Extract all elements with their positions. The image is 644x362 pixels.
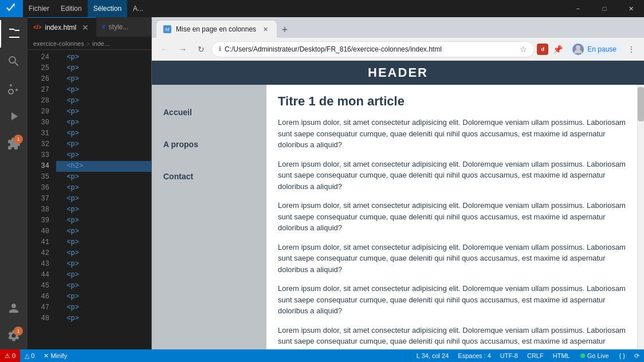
browser-content: HEADER Accueil A propos Contact Titre 1 …	[152, 61, 644, 349]
main-area: 1 1 </> index.html	[0, 17, 644, 349]
tab-label-style: style...	[109, 23, 129, 31]
menu-edition[interactable]: Edition	[55, 0, 88, 17]
star-icon[interactable]: ☆	[520, 45, 527, 54]
browser-panel: M Mise en page en colonnes ✕ + ← → ↻ ℹ C…	[151, 17, 644, 349]
profile-button[interactable]: En pause	[567, 41, 622, 57]
css-icon: #	[102, 24, 105, 30]
browser-new-tab[interactable]: +	[277, 22, 293, 38]
article-paragraph: Lorem ipsum dolor, sit amet consectetur …	[278, 200, 626, 234]
code-content[interactable]: <p> <p> <p> <p> <p> <p> <p> <p> <p> <p> …	[56, 50, 151, 349]
status-language[interactable]: HTML	[548, 349, 575, 362]
browser-tab-close[interactable]: ✕	[261, 25, 270, 34]
article-paragraph: Lorem ipsum dolor, sit amet consectetur …	[278, 325, 626, 350]
status-errors[interactable]: ⚠ 0	[0, 349, 20, 362]
forward-button[interactable]: →	[175, 41, 191, 57]
address-bar[interactable]: ℹ C:/Users/Administrateur/Desktop/FR_816…	[211, 41, 535, 57]
back-button[interactable]: ←	[156, 41, 172, 57]
breadcrumb-sep1: >	[87, 40, 90, 47]
profile-label: En pause	[587, 45, 616, 53]
svg-point-0	[576, 45, 580, 50]
editor-area: </> index.html ✕ # style... exercice-col…	[28, 17, 151, 349]
extensions-icon[interactable]: 1	[0, 130, 28, 158]
go-live-button[interactable]: Go Live	[575, 349, 615, 362]
webpage-header: HEADER	[152, 61, 644, 85]
article-paragraph: Lorem ipsum dolor, sit amet consectetur …	[278, 159, 626, 192]
status-line-ending[interactable]: CRLF	[523, 349, 548, 362]
nav-link-apropos[interactable]: A propos	[152, 128, 266, 160]
status-spaces[interactable]: Espaces : 4	[453, 349, 495, 362]
avatar	[572, 44, 584, 55]
tabs-bar: </> index.html ✕ # style...	[28, 17, 151, 37]
article-paragraph: Lorem ipsum dolor, sit amet consectetur …	[278, 117, 626, 151]
nav-link-contact[interactable]: Contact	[152, 160, 266, 192]
article-paragraph: Lorem ipsum dolor, sit amet consectetur …	[278, 283, 626, 317]
search-icon[interactable]	[0, 48, 28, 75]
html-icon: </>	[33, 24, 41, 30]
activity-bar: 1 1	[0, 17, 28, 349]
browser-favicon: M	[163, 25, 171, 33]
breadcrumb-part1[interactable]: exercice-colonnes	[33, 40, 84, 47]
status-format[interactable]: { }	[615, 349, 630, 362]
lock-icon: ℹ	[219, 45, 221, 53]
webpage-article: Titre 1 de mon article Lorem ipsum dolor…	[266, 85, 637, 349]
go-live-label: Go Live	[587, 352, 609, 359]
status-warnings[interactable]: △ 0	[20, 349, 39, 362]
status-minify[interactable]: ✕ Minify	[39, 349, 72, 362]
tab-close-index[interactable]: ✕	[80, 22, 91, 33]
status-bar: ⚠ 0 △ 0 ✕ Minify L 34, col 24 Espaces : …	[0, 349, 644, 362]
browser-tab-title: Mise en page en colonnes	[176, 25, 256, 33]
source-control-icon[interactable]	[0, 75, 28, 103]
menu-selection[interactable]: Sélection	[88, 0, 127, 17]
status-encoding[interactable]: UTF-8	[496, 349, 523, 362]
settings-icon[interactable]: 1	[0, 322, 28, 349]
minimize-button[interactable]: −	[565, 0, 591, 17]
explorer-icon[interactable]	[0, 20, 28, 48]
settings-badge: 1	[14, 326, 23, 336]
menu-bar: Fichier Edition Sélection A...	[0, 0, 149, 17]
browser-toolbar: ← → ↻ ℹ C:/Users/Administrateur/Desktop/…	[152, 38, 644, 61]
line-numbers: 2425262728293031323334353637383940414243…	[28, 50, 56, 349]
tab-style-css[interactable]: # style...	[96, 17, 151, 37]
breadcrumb: exercice-colonnes > inde...	[28, 37, 151, 50]
browser-menu-dots[interactable]: ⋮	[623, 41, 639, 57]
breadcrumb-part2[interactable]: inde...	[92, 40, 109, 47]
menu-fichier[interactable]: Fichier	[23, 0, 55, 17]
run-icon[interactable]	[0, 103, 28, 130]
close-button[interactable]: ✕	[618, 0, 644, 17]
reload-button[interactable]: ↻	[193, 41, 209, 57]
article-paragraph: Lorem ipsum dolor, sit amet consectetur …	[278, 242, 626, 276]
webpage-nav: Accueil A propos Contact	[152, 85, 266, 349]
browser-tab-active[interactable]: M Mise en page en colonnes ✕	[156, 21, 277, 38]
status-sync[interactable]: ⟳	[630, 349, 644, 362]
scrollbar-thumb[interactable]	[638, 87, 644, 121]
article-paragraphs: Lorem ipsum dolor, sit amet consectetur …	[278, 117, 626, 349]
title-bar: Fichier Edition Sélection A... − □ ✕	[0, 0, 644, 17]
browser-scrollbar[interactable]	[637, 85, 644, 349]
vscode-logo	[0, 0, 23, 17]
extension-icon[interactable]: d	[537, 44, 548, 55]
account-icon[interactable]	[0, 294, 28, 322]
window-controls: − □ ✕	[565, 0, 644, 17]
maximize-button[interactable]: □	[591, 0, 618, 17]
pin-icon[interactable]: 📌	[549, 41, 566, 57]
tab-label-index: index.html	[45, 23, 76, 32]
status-position[interactable]: L 34, col 24	[412, 349, 453, 362]
browser-tabs: M Mise en page en colonnes ✕ +	[152, 17, 644, 38]
browser-menu-icons: d 📌 En pause ⋮	[537, 41, 639, 57]
address-text: C:/Users/Administrateur/Desktop/FR_816/e…	[225, 45, 516, 53]
go-live-dot	[580, 353, 585, 358]
article-title: Titre 1 de mon article	[278, 94, 626, 109]
nav-link-accueil[interactable]: Accueil	[152, 96, 266, 128]
extensions-badge: 1	[14, 135, 23, 144]
code-editor[interactable]: 2425262728293031323334353637383940414243…	[28, 50, 151, 349]
menu-more[interactable]: A...	[127, 0, 149, 17]
webpage-header-text: HEADER	[368, 65, 428, 80]
tab-index-html[interactable]: </> index.html ✕	[28, 17, 96, 37]
webpage-body: Accueil A propos Contact Titre 1 de mon …	[152, 85, 644, 349]
activity-bottom: 1	[0, 294, 28, 349]
